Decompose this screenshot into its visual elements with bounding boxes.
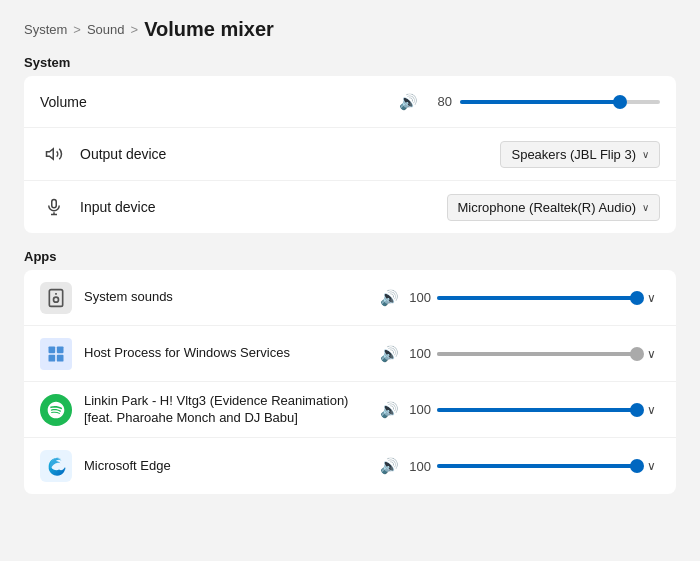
edge-slider[interactable]: [437, 464, 637, 468]
output-device-row: Output device Speakers (JBL Flip 3) ∨: [24, 128, 676, 181]
spotify-controls: 🔊 100 ∨: [380, 401, 660, 419]
spotify-volume: 100: [405, 402, 431, 417]
spotify-icon: [40, 394, 72, 426]
output-device-dropdown[interactable]: Speakers (JBL Flip 3) ∨: [500, 141, 660, 168]
edge-track[interactable]: [437, 464, 637, 468]
svg-rect-8: [57, 346, 64, 353]
breadcrumb-sep1: >: [73, 22, 81, 37]
output-device-chevron: ∨: [642, 149, 649, 160]
input-device-label: Input device: [80, 199, 200, 215]
spotify-track-name: Linkin Park - H! Vltg3 (Evidence Reanima…: [84, 393, 372, 427]
breadcrumb-system[interactable]: System: [24, 22, 67, 37]
apps-card: System sounds 🔊 100 ∨: [24, 270, 676, 494]
output-device-icon: [40, 140, 68, 168]
input-device-row: Input device Microphone (Realtek(R) Audi…: [24, 181, 676, 233]
volume-label: Volume: [40, 94, 160, 110]
volume-value: 80: [426, 94, 452, 109]
spotify-slider[interactable]: [437, 408, 637, 412]
system-sounds-volume: 100: [405, 290, 431, 305]
app-row-edge: Microsoft Edge 🔊 100 ∨: [24, 438, 676, 494]
svg-rect-9: [49, 354, 56, 361]
app-row-spotify: Linkin Park - H! Vltg3 (Evidence Reanima…: [24, 382, 676, 438]
spotify-track-line1: Linkin Park - H! Vltg3 (Evidence Reanima…: [84, 393, 348, 408]
system-sounds-controls: 🔊 100 ∨: [380, 289, 660, 307]
apps-section-label: Apps: [24, 249, 676, 264]
system-section-label: System: [24, 55, 676, 70]
app-row-system-sounds: System sounds 🔊 100 ∨: [24, 270, 676, 326]
volume-speaker-icon: 🔊: [399, 93, 418, 111]
system-sounds-expand[interactable]: ∨: [643, 289, 660, 307]
edge-fill: [437, 464, 637, 468]
app-row-host-process: Host Process for Windows Services 🔊 100 …: [24, 326, 676, 382]
svg-rect-10: [57, 354, 64, 361]
input-device-value: Microphone (Realtek(R) Audio): [458, 200, 636, 215]
breadcrumb-page: Volume mixer: [144, 18, 274, 41]
edge-expand[interactable]: ∨: [643, 457, 660, 475]
spotify-track-line2: [feat. Pharoahe Monch and DJ Babu]: [84, 410, 298, 425]
host-process-expand[interactable]: ∨: [643, 345, 660, 363]
apps-section: Apps System sounds 🔊 100: [24, 249, 676, 494]
output-device-controls: Speakers (JBL Flip 3) ∨: [500, 141, 660, 168]
spotify-track[interactable]: [437, 408, 637, 412]
system-sounds-fill: [437, 296, 637, 300]
svg-marker-0: [47, 149, 54, 160]
edge-speaker-icon: 🔊: [380, 457, 399, 475]
system-sounds-name: System sounds: [84, 289, 372, 306]
output-device-value: Speakers (JBL Flip 3): [511, 147, 636, 162]
input-device-controls: Microphone (Realtek(R) Audio) ∨: [447, 194, 660, 221]
volume-row: Volume 🔊 80: [24, 76, 676, 128]
system-sounds-speaker-icon: 🔊: [380, 289, 399, 307]
edge-controls: 🔊 100 ∨: [380, 457, 660, 475]
output-device-label: Output device: [80, 146, 200, 162]
breadcrumb: System > Sound > Volume mixer: [24, 18, 676, 41]
svg-rect-1: [52, 200, 57, 208]
edge-volume: 100: [405, 459, 431, 474]
breadcrumb-sep2: >: [131, 22, 139, 37]
host-process-icon: [40, 338, 72, 370]
volume-fill: [460, 100, 620, 104]
system-sounds-slider[interactable]: [437, 296, 637, 300]
spotify-expand[interactable]: ∨: [643, 401, 660, 419]
host-process-slider[interactable]: [437, 352, 637, 356]
input-device-chevron: ∨: [642, 202, 649, 213]
spotify-fill: [437, 408, 637, 412]
input-device-dropdown[interactable]: Microphone (Realtek(R) Audio) ∨: [447, 194, 660, 221]
spotify-thumb[interactable]: [630, 403, 644, 417]
host-process-volume: 100: [405, 346, 431, 361]
host-process-speaker-icon: 🔊: [380, 345, 399, 363]
input-device-icon: [40, 193, 68, 221]
volume-controls: 🔊 80: [399, 93, 660, 111]
volume-track[interactable]: [460, 100, 660, 104]
edge-icon: [40, 450, 72, 482]
host-process-track[interactable]: [437, 352, 637, 356]
host-process-controls: 🔊 100 ∨: [380, 345, 660, 363]
svg-point-5: [54, 297, 59, 302]
edge-thumb[interactable]: [630, 459, 644, 473]
breadcrumb-sound[interactable]: Sound: [87, 22, 125, 37]
system-sounds-track[interactable]: [437, 296, 637, 300]
spotify-speaker-icon: 🔊: [380, 401, 399, 419]
volume-thumb[interactable]: [613, 95, 627, 109]
system-card: Volume 🔊 80 Outpu: [24, 76, 676, 233]
system-sounds-icon: [40, 282, 72, 314]
svg-rect-7: [49, 346, 56, 353]
host-process-fill: [437, 352, 637, 356]
system-section: System Volume 🔊 80: [24, 55, 676, 233]
volume-slider[interactable]: [460, 100, 660, 104]
host-process-thumb[interactable]: [630, 347, 644, 361]
system-sounds-thumb[interactable]: [630, 291, 644, 305]
host-process-name: Host Process for Windows Services: [84, 345, 372, 362]
edge-name: Microsoft Edge: [84, 458, 372, 475]
